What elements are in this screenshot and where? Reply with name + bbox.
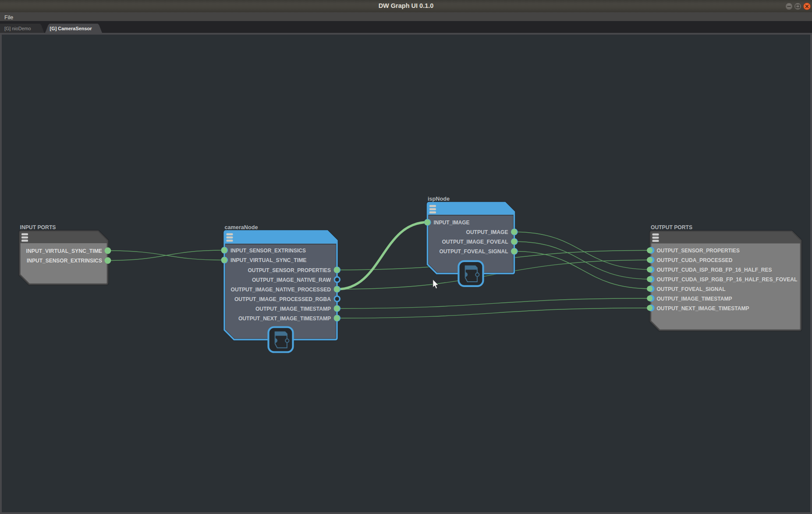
svg-text:INPUT_IMAGE: INPUT_IMAGE: [434, 219, 470, 226]
svg-text:OUTPUT_CUDA_ISP_RGB_FP_16_HALF: OUTPUT_CUDA_ISP_RGB_FP_16_HALF_RES: [657, 266, 772, 273]
svg-text:cameraNode: cameraNode: [225, 224, 258, 230]
svg-text:OUTPUT_CUDA_ISP_RGB_FP_16_HALF: OUTPUT_CUDA_ISP_RGB_FP_16_HALF_RES_FOVEA…: [657, 276, 798, 283]
svg-text:OUTPUT_IMAGE_FOVEAL: OUTPUT_IMAGE_FOVEAL: [442, 238, 508, 245]
svg-text:OUTPUT PORTS: OUTPUT PORTS: [651, 224, 692, 230]
svg-text:OUTPUT_SENSOR_PROPERTIES: OUTPUT_SENSOR_PROPERTIES: [657, 247, 740, 254]
svg-text:OUTPUT_CUDA_PROCESSED: OUTPUT_CUDA_PROCESSED: [657, 257, 733, 263]
svg-text:INPUT PORTS: INPUT PORTS: [20, 224, 56, 230]
svg-text:OUTPUT_IMAGE_PROCESSED_RGBA: OUTPUT_IMAGE_PROCESSED_RGBA: [234, 296, 331, 302]
svg-text:OUTPUT_FOVEAL_SIGNAL: OUTPUT_FOVEAL_SIGNAL: [440, 248, 508, 255]
svg-text:ispNode: ispNode: [428, 195, 450, 202]
svg-text:OUTPUT_IMAGE_TIMESTAMP: OUTPUT_IMAGE_TIMESTAMP: [255, 305, 331, 312]
svg-text:OUTPUT_IMAGE_NATIVE_RAW: OUTPUT_IMAGE_NATIVE_RAW: [252, 276, 331, 283]
svg-text:OUTPUT_IMAGE_NATIVE_PROCESSED: OUTPUT_IMAGE_NATIVE_PROCESSED: [231, 286, 331, 293]
svg-text:OUTPUT_FOVEAL_SIGNAL: OUTPUT_FOVEAL_SIGNAL: [657, 286, 726, 292]
svg-text:OUTPUT_SENSOR_PROPERTIES: OUTPUT_SENSOR_PROPERTIES: [248, 267, 331, 273]
svg-text:INPUT_SENSOR_EXTRINSICS: INPUT_SENSOR_EXTRINSICS: [27, 257, 102, 264]
svg-text:OUTPUT_NEXT_IMAGE_TIMESTAMP: OUTPUT_NEXT_IMAGE_TIMESTAMP: [657, 305, 749, 312]
svg-text:OUTPUT_IMAGE: OUTPUT_IMAGE: [466, 229, 508, 235]
svg-text:OUTPUT_NEXT_IMAGE_TIMESTAMP: OUTPUT_NEXT_IMAGE_TIMESTAMP: [238, 315, 331, 322]
svg-text:OUTPUT_IMAGE_TIMESTAMP: OUTPUT_IMAGE_TIMESTAMP: [657, 295, 732, 302]
svg-text:INPUT_VIRTUAL_SYNC_TIME: INPUT_VIRTUAL_SYNC_TIME: [230, 257, 307, 263]
svg-text:INPUT_SENSOR_EXTRINSICS: INPUT_SENSOR_EXTRINSICS: [230, 247, 306, 254]
svg-text:INPUT_VIRTUAL_SYNC_TIME: INPUT_VIRTUAL_SYNC_TIME: [26, 248, 103, 254]
